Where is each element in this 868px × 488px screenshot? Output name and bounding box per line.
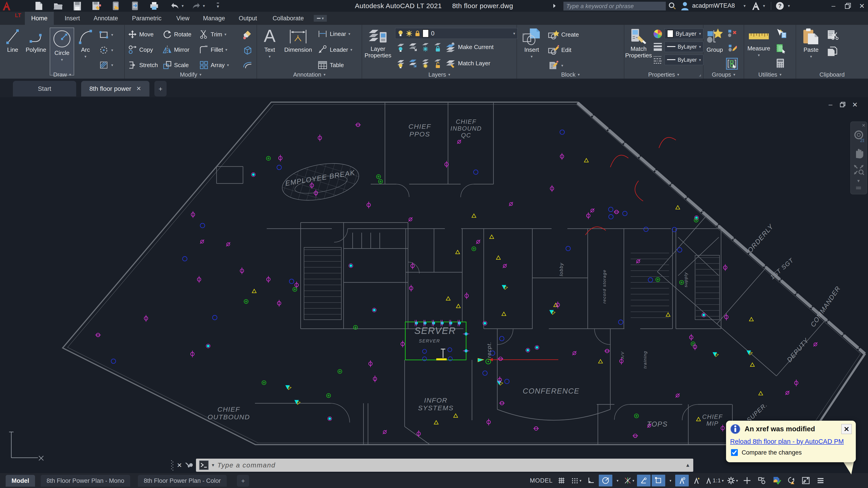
- layers-panel-caption[interactable]: Layers▾: [362, 71, 517, 78]
- insert-dropdown[interactable]: ▾: [531, 55, 533, 59]
- xref-notification-icon[interactable]: [784, 475, 798, 486]
- undo-button[interactable]: [170, 1, 180, 10]
- command-prompt-icon[interactable]: [199, 460, 209, 470]
- edit-block-button[interactable]: Edit: [548, 45, 571, 55]
- snap-dropdown[interactable]: ▾: [580, 479, 581, 483]
- new-drawing-tab-button[interactable]: ＋: [154, 81, 166, 96]
- offset-button[interactable]: [242, 61, 252, 70]
- layer-on-button[interactable]: [397, 58, 405, 68]
- save-to-web-mobile-button[interactable]: [130, 1, 140, 10]
- linear-button[interactable]: Linear▾: [318, 30, 350, 38]
- text-button[interactable]: A Text ▾: [259, 28, 281, 59]
- trim-button[interactable]: Trim▾: [199, 30, 226, 39]
- attributes-dropdown[interactable]: ▾: [561, 64, 563, 68]
- tab-view[interactable]: View: [170, 12, 196, 25]
- search-collapse-icon[interactable]: [551, 1, 558, 10]
- measure-button[interactable]: Measure ▾: [746, 28, 771, 57]
- customization-menu-button[interactable]: [814, 475, 827, 486]
- layout-tab-model[interactable]: Model: [6, 475, 35, 487]
- ungroup-button[interactable]: [727, 29, 737, 38]
- match-properties-button[interactable]: Match Properties: [625, 28, 652, 59]
- isolate-objects-button[interactable]: [755, 475, 769, 486]
- osnap-dropdown[interactable]: ▾: [666, 475, 674, 486]
- layer-thaw-button[interactable]: [421, 58, 430, 68]
- fillet-dropdown[interactable]: ▾: [225, 48, 227, 52]
- modify-panel-caption[interactable]: Modify▾: [125, 71, 256, 78]
- polar-tracking-button[interactable]: [599, 475, 612, 486]
- annoscale-dropdown[interactable]: ▾: [722, 479, 723, 483]
- tab-home[interactable]: Home: [25, 12, 54, 25]
- model-space-button[interactable]: MODEL: [529, 475, 554, 486]
- layer-properties-button[interactable]: Layer Properties: [364, 28, 393, 59]
- redo-dropdown[interactable]: ▾: [201, 1, 207, 10]
- graphics-performance-button[interactable]: [770, 475, 783, 486]
- autocad-logo-icon[interactable]: [2, 1, 12, 10]
- explode-button[interactable]: [242, 45, 252, 55]
- new-file-button[interactable]: [34, 1, 44, 10]
- xref-reload-link[interactable]: Reload 8th floor plan - by AutoCAD PM: [730, 438, 852, 445]
- properties-panel-caption[interactable]: Properties▾: [624, 71, 703, 78]
- tab-insert[interactable]: Insert: [58, 12, 86, 25]
- isometric-drafting-button[interactable]: ▾: [622, 475, 636, 486]
- command-input-bar[interactable]: ▼ Type a command ▲: [196, 459, 693, 472]
- leader-button[interactable]: Leader▾: [318, 45, 352, 54]
- polyline-button[interactable]: Polyline: [24, 28, 48, 53]
- line-button[interactable]: Line: [2, 28, 24, 53]
- erase-button[interactable]: [242, 30, 252, 40]
- circle-button[interactable]: Circle ▾: [50, 28, 74, 75]
- command-bar-close-icon[interactable]: ✕: [177, 462, 182, 469]
- drawing-restore-icon[interactable]: [838, 100, 848, 109]
- file-tab-start[interactable]: Start: [13, 81, 76, 96]
- copy-button[interactable]: Copy: [128, 45, 153, 54]
- grid-display-button[interactable]: [555, 475, 568, 486]
- annotation-panel-caption[interactable]: Annotation▾: [257, 71, 362, 78]
- linear-dropdown[interactable]: ▾: [348, 32, 350, 36]
- leader-dropdown[interactable]: ▾: [350, 48, 352, 52]
- text-dropdown[interactable]: ▾: [269, 55, 271, 59]
- file-tab-document[interactable]: 8th floor power✕: [81, 81, 149, 96]
- layer-freeze-button[interactable]: [421, 42, 430, 52]
- save-button[interactable]: [72, 1, 82, 10]
- move-button[interactable]: Move: [128, 30, 154, 39]
- search-icon[interactable]: [667, 1, 677, 10]
- cut-button[interactable]: [827, 30, 839, 40]
- stretch-button[interactable]: Stretch: [128, 61, 158, 70]
- object-snap-button[interactable]: [652, 475, 665, 486]
- navigation-bar[interactable]: ✕ 2D ▼: [850, 122, 867, 194]
- compare-changes-checkbox[interactable]: [731, 449, 738, 456]
- make-current-button[interactable]: Make Current: [445, 42, 494, 52]
- crosshair-size-button[interactable]: [740, 475, 754, 486]
- user-dropdown[interactable]: ▾: [742, 1, 747, 10]
- layout-tab-color[interactable]: 8th Floor Power Plan - Color: [138, 475, 227, 487]
- group-selection-toggle[interactable]: [726, 58, 738, 70]
- layer-off-button[interactable]: [397, 42, 405, 52]
- annotation-autoscale-button[interactable]: [690, 475, 704, 486]
- tab-collaborate[interactable]: Collaborate: [266, 12, 310, 25]
- rotate-button[interactable]: Rotate: [163, 30, 191, 39]
- nav-wheel-icon[interactable]: 2D: [853, 129, 864, 143]
- layer-isolate-button[interactable]: [409, 42, 418, 52]
- drawing-close-icon[interactable]: ✕: [850, 100, 860, 109]
- autodesk-a-icon[interactable]: [751, 1, 761, 10]
- scale-button[interactable]: Scale: [163, 61, 189, 70]
- array-dropdown[interactable]: ▾: [227, 63, 229, 67]
- command-bar-grip[interactable]: ✕: [171, 459, 193, 471]
- draw-panel-caption[interactable]: Draw▾: [0, 71, 124, 78]
- array-button[interactable]: Array▾: [199, 61, 229, 70]
- user-avatar-icon[interactable]: [680, 1, 690, 10]
- block-panel-caption[interactable]: Block▾: [517, 71, 624, 78]
- help-dropdown[interactable]: ▾: [786, 1, 792, 10]
- layer-unlock-button[interactable]: [433, 58, 442, 68]
- groups-panel-caption[interactable]: Groups▾: [704, 71, 744, 78]
- group-edit-button[interactable]: [727, 44, 737, 53]
- snap-mode-button[interactable]: ▾: [569, 475, 583, 486]
- object-color-combo[interactable]: ByLayer▾: [664, 29, 704, 39]
- lineweight-combo[interactable]: ByLayer▾: [664, 41, 704, 52]
- ortho-mode-button[interactable]: [584, 475, 598, 486]
- navbar-more-caret[interactable]: ▼: [857, 179, 861, 184]
- arc-button[interactable]: Arc ▾: [76, 28, 95, 59]
- drawing-canvas[interactable]: CHIEFPPOSCHIEFINBOUNDQCEMPLOYEE BREAKSER…: [0, 97, 868, 473]
- properties-dialog-launcher[interactable]: ⌟: [699, 71, 701, 77]
- tab-output[interactable]: Output: [232, 12, 264, 25]
- autodesk-dropdown[interactable]: ▾: [761, 1, 767, 10]
